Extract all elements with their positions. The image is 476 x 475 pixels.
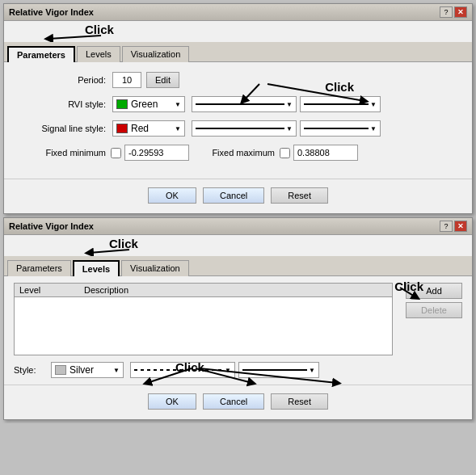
rvi-line-width-preview: [304, 103, 369, 105]
dialog2-bottom-buttons: OK Cancel Reset: [4, 385, 472, 419]
fixed-min-checkbox[interactable]: [111, 148, 121, 158]
style-annotation: Click: [14, 362, 462, 378]
rvi-dropdown-arrow: ▼: [175, 101, 181, 108]
levels-main: Level Description Add Delete: [14, 283, 462, 355]
dialog1-bottom-buttons: OK Cancel Reset: [4, 179, 472, 213]
signal-color-label: Red: [131, 123, 149, 134]
click-label-tab1: Click: [85, 23, 114, 36]
style-color-label: Silver: [70, 364, 94, 376]
ok-button-2[interactable]: OK: [148, 393, 196, 410]
title-bar-2: Relative Vigor Index ? ✕: [4, 218, 472, 235]
rvi-style-label: RVI style:: [17, 99, 106, 109]
tab-visualization-2[interactable]: Visualization: [121, 260, 189, 276]
tab-parameters-1[interactable]: Parameters: [7, 46, 75, 62]
signal-line-type-dropdown[interactable]: ▼: [192, 120, 297, 137]
table-header: Level Description: [15, 284, 392, 297]
fixed-max-label: Fixed maximum: [202, 148, 275, 158]
add-button[interactable]: Add: [406, 283, 462, 299]
style-line-type-dropdown[interactable]: ▼: [130, 362, 235, 378]
close-button-2[interactable]: ✕: [454, 221, 467, 232]
style-line-solid: [242, 369, 307, 371]
cancel-button-1[interactable]: Cancel: [203, 187, 264, 204]
fixed-max-checkbox[interactable]: [280, 148, 290, 158]
period-label: Period:: [17, 75, 106, 85]
edit-button[interactable]: Edit: [146, 72, 179, 88]
click-label-arrows1: Click: [325, 80, 354, 94]
side-buttons: Add Delete: [406, 283, 462, 355]
reset-button-1[interactable]: Reset: [271, 187, 328, 204]
desc-col-header: Description: [84, 285, 128, 295]
signal-style-row: Signal line style: Red ▼ ▼ ▼: [17, 120, 459, 137]
dialog2-title: Relative Vigor Index: [9, 221, 94, 231]
signal-line-styles: ▼ ▼: [192, 120, 381, 137]
rvi-style-row: RVI style: Green ▼ ▼ ▼: [17, 96, 459, 112]
levels-content: Level Description Add Delete Click: [4, 276, 472, 385]
cancel-button-2[interactable]: Cancel: [203, 393, 264, 410]
dialog2-tab-annotation: Click: [4, 235, 472, 256]
style-color-box: [55, 365, 66, 375]
signal-line-width-preview: [304, 128, 369, 129]
arrow-svg-1: [4, 21, 472, 42]
signal-color-box: [116, 124, 128, 133]
rvi-line-preview: [196, 103, 284, 105]
svg-line-3: [89, 250, 129, 253]
style-line-width-dropdown[interactable]: ▼: [238, 362, 319, 378]
style-line-dashed: [134, 369, 223, 371]
help-button-2[interactable]: ?: [440, 221, 453, 232]
rvi-line-width-dropdown[interactable]: ▼: [300, 96, 381, 112]
style-label: Style:: [14, 365, 46, 375]
tab-levels-1[interactable]: Levels: [77, 46, 120, 62]
style-line-styles: ▼ ▼: [130, 362, 319, 378]
style-color-arrow: ▼: [113, 367, 120, 374]
delete-button[interactable]: Delete: [406, 302, 462, 318]
rvi-line-arrow: ▼: [286, 101, 293, 108]
rvi-color-label: Green: [131, 99, 158, 110]
level-col-header: Level: [19, 285, 84, 295]
signal-line-arrow: ▼: [286, 125, 293, 132]
levels-table: Level Description: [14, 283, 393, 355]
fixed-max-input[interactable]: [293, 145, 358, 161]
rvi-line-type-dropdown[interactable]: ▼: [192, 96, 297, 112]
dialog1-title: Relative Vigor Index: [9, 7, 94, 17]
dialog2-add-annotation: Click Level Description: [4, 276, 472, 385]
ok-button-1[interactable]: OK: [148, 187, 196, 204]
period-input[interactable]: [112, 72, 141, 88]
rvi-color-dropdown[interactable]: Green ▼: [112, 96, 185, 112]
style-line-arrow: ▼: [225, 367, 231, 374]
table-body: [15, 297, 392, 354]
title-bar-buttons-2: ? ✕: [440, 221, 467, 232]
arrow-svg-2: [4, 235, 472, 256]
style-width-arrow: ▼: [309, 367, 315, 374]
signal-color-dropdown[interactable]: Red ▼: [112, 120, 185, 137]
style-row: Style: Silver ▼ ▼ ▼: [14, 362, 462, 378]
dialog2: Relative Vigor Index ? ✕ Click Parameter…: [3, 217, 473, 420]
dialog1: Relative Vigor Index ? ✕ Click Parameter…: [3, 3, 473, 214]
signal-style-label: Signal line style:: [17, 124, 106, 133]
title-bar-1: Relative Vigor Index ? ✕: [4, 4, 472, 21]
fixed-minmax-row: Fixed minimum Fixed maximum: [17, 145, 459, 161]
tab-parameters-2[interactable]: Parameters: [7, 260, 71, 276]
rvi-annotation: Click RVI style: Green: [17, 96, 459, 112]
reset-button-2[interactable]: Reset: [271, 393, 328, 410]
fixed-min-label: Fixed minimum: [17, 148, 106, 158]
levels-table-wrapper: Level Description: [14, 283, 393, 355]
tab-levels-2[interactable]: Levels: [73, 260, 120, 276]
style-color-dropdown[interactable]: Silver ▼: [51, 362, 124, 378]
signal-line-preview: [196, 128, 284, 129]
signal-dropdown-arrow: ▼: [175, 125, 181, 132]
fixed-min-input[interactable]: [124, 145, 189, 161]
tabs-2: Parameters Levels Visualization: [4, 256, 472, 276]
close-button-1[interactable]: ✕: [454, 6, 467, 18]
tabs-1: Parameters Levels Visualization: [4, 42, 472, 62]
signal-width-arrow: ▼: [370, 125, 377, 132]
title-bar-buttons-1: ? ✕: [440, 6, 467, 18]
help-button-1[interactable]: ?: [440, 6, 453, 18]
rvi-color-box: [116, 99, 128, 109]
signal-line-width-dropdown[interactable]: ▼: [300, 120, 381, 137]
rvi-line-styles: ▼ ▼: [192, 96, 381, 112]
dialog1-content: Period: Edit Click: [4, 62, 472, 179]
tab-visualization-1[interactable]: Visualization: [122, 46, 190, 62]
period-row: Period: Edit: [17, 72, 459, 88]
svg-line-0: [48, 36, 101, 39]
rvi-width-arrow: ▼: [370, 101, 377, 108]
